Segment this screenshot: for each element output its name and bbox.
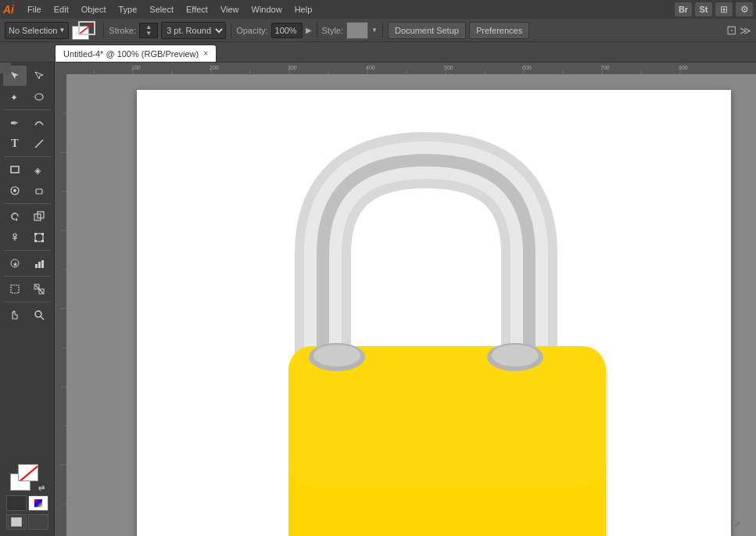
svg-rect-5 [11,166,19,173]
svg-text:200: 200 [210,65,219,70]
svg-line-31 [41,316,44,320]
menu-window[interactable]: Window [246,3,288,16]
svg-rect-9 [36,189,42,194]
selection-dropdown[interactable]: No Selection ▼ [5,22,69,39]
magic-wand-tool[interactable]: ✦ [3,87,27,107]
divider-2 [231,23,231,38]
swap-colors-icon[interactable]: ⇄ [38,484,45,492]
arrange-icon[interactable]: ⊡ [726,23,736,38]
stroke-swatch [78,21,95,35]
style-swatch[interactable] [346,22,368,39]
tool-row-6 [3,180,51,201]
stock-button[interactable]: St [695,2,712,16]
artboard: ↗ [66,74,756,536]
menu-type[interactable]: Type [113,3,143,16]
fg-bg-swatches[interactable]: ⇄ [10,464,45,492]
lock-illustration [137,90,731,536]
pen-tool[interactable]: ✒ [3,113,27,133]
document-setup-button[interactable]: Document Setup [388,22,466,39]
opacity-label: Opacity: [236,26,267,35]
menu-help[interactable]: Help [289,3,318,16]
tools-sidebar: ✦ ✒ T [0,63,55,536]
free-transform-tool[interactable] [27,227,51,248]
svg-point-2 [35,94,43,100]
menu-file[interactable]: File [22,3,47,16]
style-label: Style: [322,26,344,35]
sync-button[interactable]: ⚙ [736,2,753,16]
color-mode-color[interactable] [28,495,48,511]
tool-row-9: ★ [3,253,51,273]
change-screen-mode[interactable] [28,514,48,530]
svg-rect-24 [38,262,41,268]
menu-view[interactable]: View [215,3,245,16]
menubar: Ai File Edit Object Type Select Effect V… [0,0,756,19]
lasso-tool[interactable] [27,87,51,107]
tool-row-11 [3,305,51,325]
document-tab[interactable]: Untitled-4* @ 100% (RGB/Preview) × [55,45,217,62]
artboard-tool[interactable] [3,279,27,299]
rotate-tool[interactable] [3,206,27,227]
preferences-button[interactable]: Preferences [469,22,529,39]
stroke-stepper[interactable]: ▲ ▼ [139,23,158,38]
svg-text:✒: ✒ [10,117,19,128]
more-icon[interactable]: ≫ [740,24,751,37]
stroke-label: Stroke: [109,26,136,35]
puppet-warp-tool[interactable] [3,227,27,248]
svg-rect-58 [55,74,66,536]
opacity-input[interactable] [271,23,303,38]
tool-row-10 [3,279,51,299]
tab-close-button[interactable]: × [203,49,208,58]
tool-row-2: ✦ [3,87,51,107]
vertical-ruler [55,74,66,536]
view-mode-icons [6,514,48,530]
color-mode-none[interactable] [6,495,27,511]
svg-rect-23 [35,264,38,268]
svg-text:500: 500 [444,65,453,70]
svg-point-8 [13,189,16,192]
menu-object[interactable]: Object [76,3,112,16]
screen-mode-normal[interactable] [6,514,27,530]
svg-rect-20 [41,240,44,242]
rectangle-tool[interactable] [3,159,27,180]
style-chevron[interactable]: ▼ [371,27,378,34]
layout-button[interactable]: ⊞ [715,2,733,16]
divider-3 [317,23,317,38]
tool-sep-4 [4,250,51,251]
color-swatch-area: ⇄ [3,461,52,533]
chart-tool[interactable] [27,253,51,273]
tool-row-7 [3,206,51,227]
menu-effect[interactable]: Effect [181,3,213,16]
tool-row-8 [3,227,51,248]
svg-line-4 [35,140,43,148]
symbol-sprayer-tool[interactable]: ★ [3,253,27,273]
canvas-area: 100 200 300 400 500 600 700 800 [55,63,756,536]
direct-selection-tool[interactable] [27,66,51,86]
opacity-arrow[interactable]: ▶ [306,26,312,34]
paintbucket-tool[interactable]: ◈ [27,159,51,180]
svg-rect-19 [34,240,37,242]
svg-text:✦: ✦ [10,92,18,102]
menu-edit[interactable]: Edit [48,3,74,16]
stroke-type-select[interactable]: 3 pt. Round [161,22,226,39]
type-tool[interactable]: T [3,134,27,154]
line-tool[interactable] [27,134,51,154]
foreground-color-swatch[interactable] [18,464,38,481]
slice-tool[interactable] [27,279,51,299]
eraser-tool[interactable] [27,180,51,201]
zoom-tool[interactable] [27,305,51,325]
fill-stroke-swatch[interactable] [72,21,99,40]
blob-brush-tool[interactable] [3,180,27,201]
svg-rect-77 [288,346,606,487]
scale-tool[interactable] [27,206,51,227]
bridge-button[interactable]: Br [675,2,692,16]
color-mode-icons [6,495,48,511]
hand-tool[interactable] [3,305,27,325]
tool-row-4: T [3,134,51,154]
svg-rect-17 [34,233,37,235]
tool-sep-6 [4,302,51,302]
svg-point-30 [35,311,41,317]
menu-select[interactable]: Select [144,3,179,16]
svg-rect-18 [41,233,44,235]
toolbar-right: ⊡ ≫ [726,23,751,38]
curvature-tool[interactable] [27,113,51,133]
